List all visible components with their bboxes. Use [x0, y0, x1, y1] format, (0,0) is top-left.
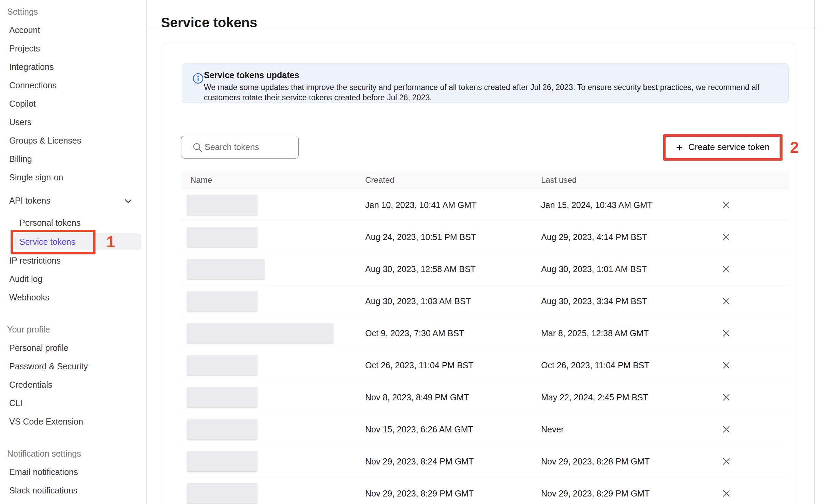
- info-banner: Service tokens updates We made some upda…: [182, 63, 789, 103]
- table-row: Nov 29, 2023, 8:29 PM GMT Nov 29, 2023, …: [182, 477, 789, 504]
- sidebar-item-copilot[interactable]: Copilot: [0, 94, 146, 113]
- plus-icon: +: [676, 142, 683, 153]
- token-name-placeholder: [187, 259, 265, 279]
- sidebar-item-label: Projects: [9, 44, 40, 54]
- column-header-name: Name: [190, 175, 212, 185]
- last-used-cell: Mar 8, 2025, 12:38 AM GMT: [541, 328, 649, 338]
- created-cell: Aug 30, 2023, 1:03 AM BST: [365, 296, 471, 306]
- sidebar-item-label: Credentials: [9, 380, 52, 390]
- created-cell: Aug 24, 2023, 10:51 PM BST: [365, 232, 476, 242]
- close-icon: [722, 201, 731, 209]
- token-name-placeholder: [187, 323, 333, 343]
- sidebar-item-label: Service tokens: [19, 237, 75, 247]
- sidebar-item-audit-log[interactable]: Audit log: [0, 270, 146, 288]
- last-used-cell: Oct 26, 2023, 11:04 PM BST: [541, 360, 650, 370]
- column-header-last-used: Last used: [541, 175, 577, 185]
- delete-token-button[interactable]: [719, 422, 733, 436]
- sidebar-item-label: CLI: [9, 398, 23, 408]
- close-icon: [722, 361, 731, 370]
- sidebar-item-label: Single sign-on: [9, 173, 63, 182]
- sidebar-item-users[interactable]: Users: [0, 113, 146, 131]
- delete-token-button[interactable]: [719, 486, 733, 501]
- sidebar-item-cli[interactable]: CLI: [0, 394, 146, 412]
- sidebar-item-ip-restrictions[interactable]: IP restrictions: [0, 251, 146, 270]
- table-row: Nov 8, 2023, 8:49 PM GMT May 22, 2024, 2…: [182, 381, 789, 413]
- table-row: Aug 24, 2023, 10:51 PM BST Aug 29, 2023,…: [182, 221, 789, 253]
- sidebar-item-projects[interactable]: Projects: [0, 39, 146, 58]
- delete-token-button[interactable]: [719, 262, 733, 276]
- sidebar-item-label: Webhooks: [9, 293, 49, 302]
- close-icon: [722, 393, 731, 402]
- sidebar-item-slack-notifications[interactable]: Slack notifications: [0, 481, 146, 500]
- delete-token-button[interactable]: [719, 390, 733, 404]
- info-icon: [192, 72, 204, 85]
- created-cell: Jan 10, 2023, 10:41 AM GMT: [365, 200, 477, 210]
- delete-token-button[interactable]: [719, 294, 733, 308]
- delete-token-button[interactable]: [719, 230, 733, 244]
- table-row: Nov 29, 2023, 8:24 PM GMT Nov 29, 2023, …: [182, 445, 789, 477]
- sidebar-section-your-profile: Your profile: [0, 320, 146, 339]
- sidebar-item-api-tokens[interactable]: API tokens: [0, 191, 146, 210]
- chevron-down-icon: [124, 197, 133, 208]
- token-name-placeholder: [187, 419, 257, 439]
- create-service-token-button[interactable]: + Create service token: [666, 136, 780, 159]
- close-icon: [722, 233, 731, 241]
- title-divider: [147, 29, 819, 29]
- notifications-header-label: Notification settings: [7, 449, 81, 459]
- sidebar-item-label: IP restrictions: [9, 256, 61, 266]
- close-icon: [722, 329, 731, 338]
- last-used-cell: Nov 29, 2023, 8:28 PM GMT: [541, 456, 650, 466]
- page-right-edge: [814, 0, 815, 504]
- last-used-cell: Aug 30, 2023, 3:34 PM BST: [541, 296, 647, 306]
- sidebar-section-settings: Settings: [0, 2, 146, 21]
- sidebar-item-label: VS Code Extension: [9, 417, 83, 427]
- last-used-cell: Aug 29, 2023, 4:14 PM BST: [541, 232, 647, 242]
- sidebar-item-email-notifications[interactable]: Email notifications: [0, 463, 146, 481]
- sidebar-item-webhooks[interactable]: Webhooks: [0, 288, 146, 307]
- token-name-placeholder: [187, 451, 257, 471]
- settings-sidebar: Settings Account Projects Integrations C…: [0, 0, 147, 504]
- sidebar-item-connections[interactable]: Connections: [0, 76, 146, 94]
- sidebar-item-integrations[interactable]: Integrations: [0, 58, 146, 76]
- delete-token-button[interactable]: [719, 326, 733, 340]
- close-icon: [722, 425, 731, 434]
- sidebar-item-label: Groups & Licenses: [9, 136, 81, 146]
- last-used-cell: Nov 29, 2023, 8:29 PM GMT: [541, 488, 650, 498]
- sidebar-item-label: Billing: [9, 154, 32, 164]
- last-used-cell: May 22, 2024, 2:45 PM BST: [541, 392, 648, 402]
- sidebar-item-credentials[interactable]: Credentials: [0, 375, 146, 394]
- last-used-cell: Jan 15, 2024, 10:43 AM GMT: [541, 200, 653, 210]
- sidebar-item-label: Personal tokens: [19, 218, 80, 228]
- delete-token-button[interactable]: [719, 198, 733, 212]
- sidebar-item-vs-code-extension[interactable]: VS Code Extension: [0, 412, 146, 431]
- sidebar-item-service-tokens[interactable]: Service tokens: [0, 232, 146, 251]
- search-input[interactable]: [204, 142, 292, 152]
- sidebar-item-billing[interactable]: Billing: [0, 150, 146, 168]
- created-cell: Nov 8, 2023, 8:49 PM GMT: [365, 392, 469, 402]
- info-banner-text: Service tokens updates We made some upda…: [204, 69, 779, 103]
- profile-header-label: Your profile: [7, 325, 50, 335]
- sidebar-item-account[interactable]: Account: [0, 21, 146, 39]
- table-row: Oct 9, 2023, 7:30 AM BST Mar 8, 2025, 12…: [182, 317, 789, 349]
- table-row: Nov 15, 2023, 6:26 AM GMT Never: [182, 413, 789, 445]
- sidebar-item-password-security[interactable]: Password & Security: [0, 357, 146, 375]
- sidebar-item-personal-profile[interactable]: Personal profile: [0, 339, 146, 357]
- annotation-step-number-1: 1: [106, 233, 115, 250]
- table-row: Aug 30, 2023, 12:58 AM BST Aug 30, 2023,…: [182, 253, 789, 285]
- sidebar-item-label: Password & Security: [9, 361, 88, 371]
- column-header-created: Created: [365, 175, 394, 185]
- sidebar-item-label: Integrations: [9, 62, 54, 72]
- close-icon: [722, 297, 731, 306]
- sidebar-item-label: Personal profile: [9, 343, 69, 353]
- sidebar-item-personal-tokens[interactable]: Personal tokens: [0, 213, 146, 232]
- search-icon: [192, 142, 203, 152]
- sidebar-item-groups-licenses[interactable]: Groups & Licenses: [0, 131, 146, 150]
- delete-token-button[interactable]: [719, 454, 733, 469]
- sidebar-item-single-sign-on[interactable]: Single sign-on: [0, 168, 146, 187]
- delete-token-button[interactable]: [719, 358, 733, 372]
- last-used-cell: Aug 30, 2023, 1:01 AM BST: [541, 264, 647, 274]
- token-name-placeholder: [187, 483, 257, 503]
- token-table-body: Jan 10, 2023, 10:41 AM GMT Jan 15, 2024,…: [182, 189, 789, 504]
- created-cell: Oct 9, 2023, 7:30 AM BST: [365, 328, 464, 338]
- sidebar-item-label: Copilot: [9, 99, 36, 109]
